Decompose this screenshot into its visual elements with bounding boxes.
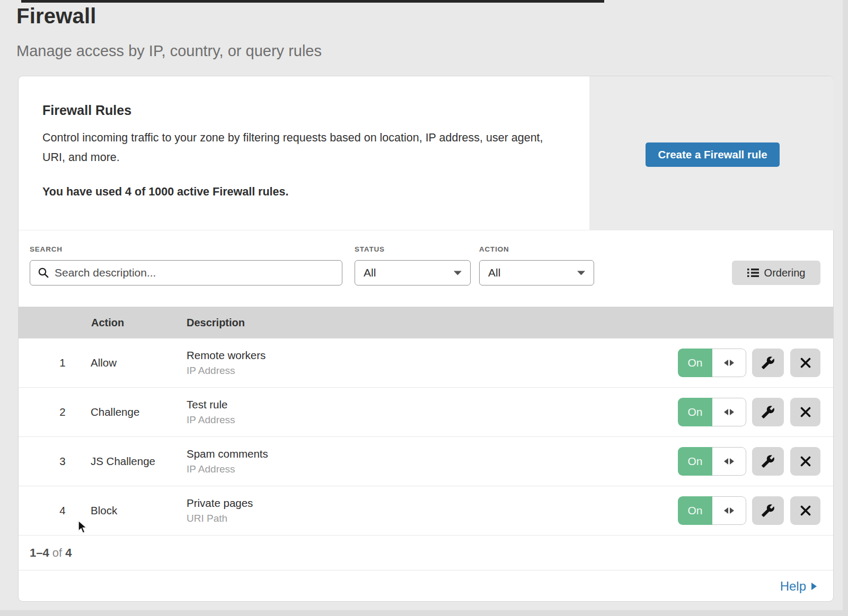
rule-match-field: URI Path — [187, 513, 253, 524]
toggle-arrows-segment[interactable] — [712, 496, 746, 525]
card-heading: Firewall Rules — [42, 103, 131, 118]
wrench-icon — [761, 504, 775, 517]
help-arrow-icon — [811, 582, 817, 591]
edit-rule-button[interactable] — [752, 496, 784, 525]
action-dropdown[interactable]: All — [479, 260, 594, 285]
ordering-button-label: Ordering — [764, 267, 806, 279]
page-title: Firewall — [16, 4, 96, 28]
toggle-on-segment[interactable]: On — [678, 496, 712, 525]
wrench-icon — [761, 356, 775, 370]
rule-action: Challenge — [91, 406, 139, 418]
toggle-arrows-segment[interactable] — [712, 447, 746, 476]
close-icon — [799, 356, 812, 369]
search-box[interactable] — [30, 260, 342, 285]
rule-match-field: IP Address — [187, 414, 235, 426]
column-header-description: Description — [187, 317, 245, 329]
rule-description: Remote workers IP Address — [187, 349, 266, 377]
page-subtitle: Manage access by IP, country, or query r… — [16, 42, 322, 60]
close-icon — [799, 455, 812, 468]
table-row: 1 Allow Remote workers IP Address On — [19, 338, 833, 388]
window-top-edge — [21, 0, 604, 3]
rule-enabled-toggle[interactable]: On — [678, 349, 746, 377]
toggle-on-segment[interactable]: On — [678, 447, 712, 476]
rule-match-field: IP Address — [187, 463, 268, 475]
toggle-on-segment[interactable]: On — [678, 398, 712, 426]
table-row: 4 Block Private pages URI Path On — [19, 486, 833, 535]
rules-usage-note: You have used 4 of 1000 active Firewall … — [42, 185, 288, 199]
table-row: 3 JS Challenge Spam comments IP Address … — [19, 437, 833, 486]
action-label: ACTION — [479, 245, 509, 253]
rule-match-field: IP Address — [187, 365, 266, 377]
column-header-action: Action — [91, 317, 124, 329]
search-label: SEARCH — [30, 245, 63, 253]
pagination-of-text: of — [52, 546, 62, 559]
pagination-range-values: 1–4 — [30, 546, 49, 559]
rule-enabled-toggle[interactable]: On — [678, 447, 746, 476]
rule-priority: 4 — [54, 504, 72, 517]
status-label: STATUS — [355, 245, 385, 253]
rule-enabled-toggle[interactable]: On — [678, 496, 746, 525]
chevron-down-icon — [577, 270, 585, 275]
edit-rule-button[interactable] — [752, 447, 784, 476]
card-description: Control incoming traffic to your zone by… — [42, 128, 551, 167]
delete-rule-button[interactable] — [790, 447, 820, 476]
toggle-arrows-icon — [724, 409, 734, 415]
firewall-rules-card: Create a Firewall rule Firewall Rules Co… — [18, 76, 834, 602]
pagination: 1–4 of 4 — [19, 535, 833, 570]
table-row: 2 Challenge Test rule IP Address On — [19, 388, 833, 437]
rule-description-title: Spam comments — [187, 448, 268, 460]
rule-description-title: Private pages — [187, 497, 253, 510]
edit-rule-button[interactable] — [752, 398, 784, 426]
ordering-button[interactable]: Ordering — [732, 261, 820, 285]
rule-description-title: Test rule — [187, 398, 235, 411]
delete-rule-button[interactable] — [790, 496, 820, 525]
wrench-icon — [761, 454, 775, 468]
chevron-down-icon — [454, 270, 462, 275]
rule-priority: 2 — [54, 406, 72, 418]
search-input[interactable] — [49, 261, 342, 285]
table-header: Action Description — [19, 307, 833, 338]
pagination-range: 1–4 of 4 — [30, 546, 72, 560]
window-bottom-edge — [0, 610, 848, 616]
toggle-arrows-icon — [724, 507, 734, 514]
toggle-arrows-icon — [724, 458, 734, 465]
pagination-total: 4 — [65, 546, 72, 559]
ordering-list-icon — [747, 268, 759, 278]
rule-action: Allow — [91, 356, 117, 369]
card-footer: Help — [19, 570, 833, 602]
search-icon — [38, 267, 49, 279]
rule-action: JS Challenge — [91, 455, 155, 468]
rule-description: Private pages URI Path — [187, 497, 253, 524]
rule-enabled-toggle[interactable]: On — [678, 398, 746, 426]
rule-priority: 1 — [54, 356, 72, 369]
status-dropdown-value: All — [364, 266, 376, 279]
rule-action: Block — [91, 504, 117, 517]
rule-priority: 3 — [54, 455, 72, 468]
toggle-arrows-icon — [724, 360, 734, 366]
delete-rule-button[interactable] — [790, 398, 820, 426]
edit-rule-button[interactable] — [752, 349, 784, 377]
create-rule-panel: Create a Firewall rule — [589, 76, 834, 230]
status-dropdown[interactable]: All — [355, 260, 471, 285]
window-right-edge — [843, 0, 848, 616]
create-firewall-rule-button[interactable]: Create a Firewall rule — [646, 142, 780, 167]
toggle-arrows-segment[interactable] — [712, 398, 746, 426]
delete-rule-button[interactable] — [790, 349, 820, 377]
toggle-arrows-segment[interactable] — [712, 349, 746, 377]
help-link-label: Help — [780, 579, 806, 594]
rule-description-title: Remote workers — [187, 349, 266, 362]
rule-description: Spam comments IP Address — [187, 448, 268, 475]
toggle-on-segment[interactable]: On — [678, 349, 712, 377]
help-link[interactable]: Help — [780, 579, 817, 594]
filter-bar: SEARCH STATUS ACTION All All — [19, 230, 833, 307]
close-icon — [799, 406, 812, 418]
action-dropdown-value: All — [488, 266, 500, 279]
wrench-icon — [761, 405, 775, 419]
close-icon — [799, 504, 812, 517]
rule-description: Test rule IP Address — [187, 398, 235, 426]
rules-list: 1 Allow Remote workers IP Address On — [19, 338, 833, 535]
